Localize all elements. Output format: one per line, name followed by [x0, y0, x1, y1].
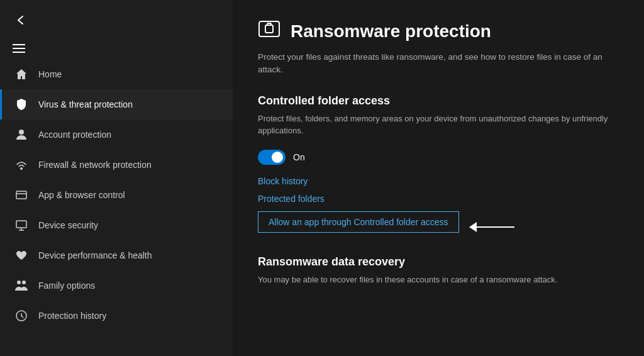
- block-history-link[interactable]: Block history: [258, 176, 619, 186]
- svg-rect-2: [16, 191, 26, 199]
- sidebar-item-account[interactable]: Account protection: [0, 120, 233, 150]
- wifi-icon: [14, 159, 28, 171]
- arrow-indicator: [469, 222, 514, 232]
- hamburger-line-2: [13, 48, 25, 49]
- sidebar-item-home[interactable]: Home: [0, 59, 233, 89]
- browser-icon: [14, 189, 28, 201]
- recovery-desc: You may be able to recover files in thes…: [258, 274, 585, 286]
- page-header: Ransomware protection: [258, 19, 619, 43]
- sidebar-top: [0, 0, 233, 35]
- sidebar-item-family-label: Family options: [38, 281, 95, 291]
- back-button[interactable]: [13, 11, 30, 29]
- protected-folders-link[interactable]: Protected folders: [258, 194, 619, 204]
- hamburger-button[interactable]: [0, 42, 233, 55]
- toggle-thumb: [272, 152, 283, 163]
- allow-app-link[interactable]: Allow an app through Controlled folder a…: [258, 211, 459, 233]
- svg-rect-4: [16, 221, 26, 228]
- sidebar-item-device-security[interactable]: Device security: [0, 210, 233, 240]
- sidebar-item-device-health-label: Device performance & health: [38, 250, 152, 260]
- sidebar-nav: Home Virus & threat protection Account p…: [0, 59, 233, 331]
- sidebar-item-app-browser[interactable]: App & browser control: [0, 180, 233, 210]
- controlled-folder-toggle[interactable]: [258, 150, 286, 165]
- page-title: Ransomware protection: [291, 21, 491, 42]
- sidebar-item-device-health[interactable]: Device performance & health: [0, 240, 233, 270]
- health-icon: [14, 249, 28, 262]
- hamburger-line-3: [13, 52, 25, 53]
- sidebar-item-home-label: Home: [38, 69, 62, 79]
- svg-rect-11: [265, 25, 273, 33]
- sidebar-item-account-label: Account protection: [38, 130, 111, 140]
- shield-icon: [14, 98, 28, 111]
- sidebar-item-firewall-label: Firewall & network protection: [38, 160, 152, 170]
- svg-point-0: [19, 130, 24, 135]
- device-icon: [14, 219, 28, 231]
- arrow-line: [477, 226, 514, 228]
- toggle-row: On: [258, 150, 619, 165]
- ransomware-icon: [258, 19, 280, 43]
- sidebar-item-firewall[interactable]: Firewall & network protection: [0, 150, 233, 180]
- sidebar-item-device-security-label: Device security: [38, 220, 98, 230]
- toggle-label: On: [293, 152, 305, 162]
- controlled-folder-title: Controlled folder access: [258, 94, 619, 108]
- sidebar-item-family[interactable]: Family options: [0, 270, 233, 301]
- home-icon: [14, 68, 28, 81]
- main-content: Ransomware protection Protect your files…: [233, 0, 644, 356]
- arrow-head: [469, 222, 477, 232]
- sidebar-item-history[interactable]: Protection history: [0, 301, 233, 331]
- sidebar-item-virus-label: Virus & threat protection: [38, 99, 133, 109]
- sidebar-item-virus[interactable]: Virus & threat protection: [0, 89, 233, 120]
- sidebar-item-history-label: Protection history: [38, 311, 106, 321]
- toggle-track: [258, 150, 286, 165]
- hamburger-line-1: [13, 44, 25, 45]
- sidebar: Home Virus & threat protection Account p…: [0, 0, 233, 356]
- controlled-folder-desc: Protect files, folders, and memory areas…: [258, 113, 610, 137]
- svg-point-7: [17, 281, 21, 284]
- svg-point-8: [22, 281, 26, 284]
- history-icon: [14, 309, 28, 322]
- person-icon: [14, 128, 28, 141]
- svg-point-1: [20, 167, 23, 170]
- allow-app-row: Allow an app through Controlled folder a…: [258, 211, 619, 243]
- family-icon: [14, 279, 28, 292]
- page-subtitle: Protect your files against threats like …: [258, 51, 619, 77]
- recovery-title: Ransomware data recovery: [258, 255, 619, 269]
- sidebar-item-app-browser-label: App & browser control: [38, 190, 125, 200]
